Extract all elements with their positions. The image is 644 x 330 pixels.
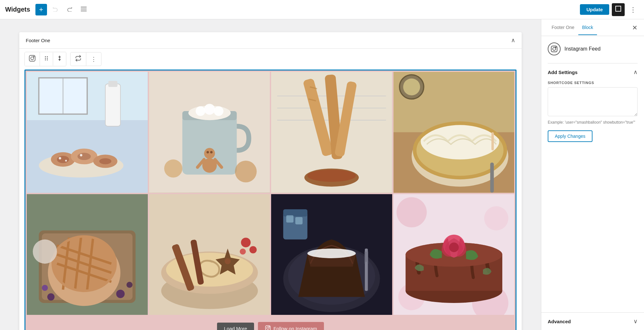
instagram-toolbar-icon — [29, 55, 36, 63]
feed-item[interactable] — [271, 194, 392, 315]
shortcode-settings-block: SHORTCODE SETTINGS Example: 'user="smash… — [548, 81, 638, 142]
svg-point-11 — [45, 60, 46, 61]
instagram-block-icon-button[interactable] — [25, 52, 40, 66]
svg-point-33 — [195, 106, 205, 116]
svg-point-120 — [267, 327, 270, 329]
svg-point-81 — [127, 282, 133, 288]
svg-point-82 — [33, 239, 57, 263]
add-block-button[interactable]: + — [35, 4, 47, 15]
shortcode-label: SHORTCODE SETTINGS — [548, 81, 638, 85]
svg-rect-122 — [551, 46, 557, 52]
svg-point-28 — [80, 154, 82, 156]
svg-rect-106 — [286, 215, 294, 222]
loop-icon — [75, 55, 81, 63]
toolbar-group-main — [24, 52, 66, 66]
svg-point-27 — [65, 160, 67, 162]
svg-rect-18 — [108, 81, 117, 87]
follow-instagram-label: Follow on Instagram — [273, 326, 317, 330]
redo-icon — [67, 6, 72, 13]
list-view-button[interactable] — [78, 4, 90, 15]
undo-icon — [52, 6, 58, 13]
svg-point-10 — [47, 58, 48, 59]
svg-rect-1 — [81, 9, 87, 9]
undo-button[interactable] — [50, 4, 61, 15]
sidebar: Footer One Block ✕ Instagram Feed — [541, 19, 644, 330]
add-settings-title: Add Settings — [548, 70, 633, 75]
svg-point-93 — [240, 248, 246, 254]
tab-block[interactable]: Block — [578, 20, 597, 35]
feed-item[interactable] — [271, 72, 392, 193]
widget-panel: Footer One ∧ — [19, 32, 522, 330]
sidebar-instagram-icon — [548, 42, 561, 55]
svg-rect-17 — [105, 84, 120, 126]
sidebar-block-title: Instagram Feed — [548, 42, 638, 55]
add-settings-chevron-icon: ∧ — [633, 69, 638, 76]
redo-button[interactable] — [64, 4, 75, 15]
svg-rect-4 — [29, 55, 35, 61]
canvas-area: Footer One ∧ — [0, 19, 541, 330]
apply-changes-button[interactable]: Apply Changes — [548, 130, 592, 142]
shortcode-example: Example: 'user="smashballoon" showbutton… — [548, 119, 638, 125]
widget-panel-header[interactable]: Footer One ∧ — [19, 32, 522, 49]
tab-footer-one[interactable]: Footer One — [548, 20, 578, 35]
feed-item[interactable] — [393, 194, 515, 315]
follow-instagram-icon — [265, 325, 271, 330]
dots-vertical-icon: ⋮ — [91, 56, 97, 63]
svg-point-37 — [204, 148, 215, 159]
advanced-section-header[interactable]: Advanced ∨ — [541, 313, 644, 330]
svg-point-90 — [224, 258, 231, 264]
arrows-up-down-icon — [57, 55, 62, 63]
svg-point-43 — [235, 161, 257, 183]
svg-rect-3 — [616, 6, 621, 11]
loop-button[interactable] — [71, 52, 86, 66]
sidebar-close-button[interactable]: ✕ — [632, 24, 638, 32]
svg-rect-105 — [283, 209, 308, 216]
shortcode-textarea[interactable] — [548, 87, 638, 116]
svg-point-79 — [42, 285, 48, 291]
svg-rect-0 — [81, 7, 87, 7]
svg-point-55 — [308, 170, 356, 182]
close-icon: ✕ — [632, 24, 638, 31]
svg-point-26 — [59, 157, 62, 160]
drag-handle-button[interactable] — [40, 52, 53, 66]
svg-point-91 — [241, 238, 251, 247]
svg-point-7 — [45, 56, 46, 57]
move-up-down-button[interactable] — [53, 52, 66, 66]
advanced-title: Advanced — [548, 319, 633, 324]
svg-point-118 — [449, 242, 459, 252]
svg-point-99 — [308, 248, 356, 258]
svg-point-42 — [164, 159, 182, 177]
add-settings-section: Add Settings ∧ SHORTCODE SETTINGS Exampl… — [548, 63, 638, 142]
svg-point-110 — [484, 206, 508, 230]
sidebar-content: Instagram Feed Add Settings ∧ SHORTCODE … — [541, 36, 644, 312]
update-button[interactable]: Update — [580, 4, 609, 15]
svg-rect-65 — [491, 132, 494, 150]
list-icon — [81, 6, 87, 13]
feed-item[interactable] — [27, 72, 148, 193]
toolbar-group-secondary: ⋮ — [70, 52, 101, 66]
more-block-options-button[interactable]: ⋮ — [86, 53, 101, 65]
view-toggle-button[interactable] — [612, 3, 625, 16]
feed-item[interactable] — [393, 72, 515, 193]
feed-grid — [25, 71, 516, 316]
block-toolbar: ⋮ — [19, 49, 522, 70]
feed-item[interactable] — [27, 194, 148, 315]
add-settings-header[interactable]: Add Settings ∧ — [548, 63, 638, 81]
more-options-button[interactable]: ⋮ — [627, 4, 639, 15]
topbar: Widgets + Update ⋮ — [0, 0, 644, 19]
svg-point-92 — [249, 246, 257, 253]
svg-point-23 — [78, 153, 91, 160]
feed-item[interactable] — [149, 194, 270, 315]
feed-item[interactable] — [149, 72, 270, 193]
svg-point-59 — [403, 79, 420, 96]
svg-point-109 — [396, 197, 427, 227]
svg-point-5 — [31, 57, 33, 60]
widget-panel-title: Footer One — [26, 38, 511, 43]
load-more-button[interactable]: Load More — [217, 323, 254, 330]
instagram-feed-block: Load More Follow on Instagram — [24, 70, 516, 330]
svg-rect-64 — [490, 163, 494, 193]
svg-point-8 — [47, 56, 48, 57]
square-icon — [615, 6, 621, 13]
follow-instagram-button[interactable]: Follow on Instagram — [258, 322, 324, 330]
svg-point-78 — [47, 293, 55, 300]
